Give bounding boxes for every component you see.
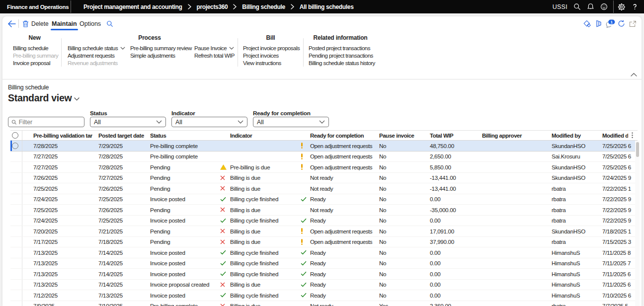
row-select-cell[interactable] — [10, 205, 22, 215]
ribbon-button[interactable]: Billing schedule status history — [309, 59, 375, 67]
ready-filter-dropdown[interactable]: All — [253, 117, 329, 127]
search-icon[interactable] — [570, 0, 583, 13]
grid-row[interactable]: 7/13/20257/14/2025Invoice postedBilling … — [10, 258, 638, 269]
grid-row[interactable]: 7/25/20257/26/2025PendingBilling is dueN… — [10, 183, 638, 194]
vertical-scrollbar[interactable] — [635, 141, 640, 306]
filter-input[interactable] — [19, 119, 81, 126]
chevron-down-icon — [229, 47, 234, 50]
row-select-cell[interactable] — [10, 258, 22, 269]
row-select-cell[interactable] — [10, 290, 22, 301]
indicator-filter-dropdown[interactable]: All — [171, 117, 247, 127]
command-search-icon[interactable] — [104, 18, 115, 29]
row-select-cell[interactable] — [10, 226, 22, 236]
row-select-cell[interactable] — [10, 237, 22, 247]
grid-row[interactable]: 7/13/20257/14/2025Invoice proposal creat… — [10, 280, 638, 291]
ribbon-button[interactable]: Posted project transactions — [309, 44, 375, 52]
grid-column-header[interactable]: Ready for completion — [295, 131, 373, 140]
grid-column-header[interactable]: Status — [144, 131, 214, 140]
cell-ready-text: Open adjustment requests — [310, 153, 372, 159]
messages-badge-icon[interactable]: 1 — [604, 18, 616, 29]
grid-row[interactable]: 7/24/20257/25/2025Invoice postedBilling … — [10, 216, 638, 227]
row-select-cell[interactable] — [10, 162, 22, 172]
row-radio[interactable] — [12, 143, 18, 149]
cell-indicator-text: Billing cycle finished — [230, 260, 278, 266]
grid-row[interactable]: 7/13/20257/14/2025Invoice postedBilling … — [10, 247, 638, 258]
tab-maintain[interactable]: Maintain — [51, 16, 78, 31]
grid-row[interactable]: 7/20/20257/21/2025PendingBilling is dueO… — [10, 226, 638, 237]
alerts-bell-icon[interactable] — [584, 0, 597, 13]
row-select-cell[interactable] — [10, 183, 22, 194]
grid-column-header[interactable]: Billing approver — [476, 131, 546, 140]
ribbon-button[interactable]: Pause Invoice — [194, 44, 235, 52]
ribbon-button-label: Pending project transactions — [309, 53, 373, 59]
ribbon-button[interactable]: Project invoices — [243, 52, 300, 59]
breadcrumb-item[interactable]: Billing schedule — [242, 3, 285, 10]
grid-options-dots-icon[interactable] — [628, 131, 636, 140]
grid-row[interactable]: 7/25/20257/26/2025PendingBilling is dueN… — [10, 205, 638, 216]
grid-row[interactable]: 7/27/20257/28/2025PendingPre-billing is … — [10, 162, 638, 173]
cell-ready-text: Ready — [310, 292, 325, 299]
grid-column-header[interactable]: Indicator — [214, 131, 295, 140]
cell-ready-icon-wrap — [301, 164, 310, 170]
breadcrumb-item[interactable]: All billing schedules — [300, 3, 354, 10]
ribbon-button[interactable]: View instructions — [243, 59, 300, 67]
row-select-cell[interactable] — [10, 173, 22, 183]
success-check-icon — [220, 218, 226, 223]
row-select-cell[interactable] — [10, 247, 22, 258]
quick-filter[interactable] — [8, 117, 84, 127]
row-select-cell[interactable] — [10, 280, 22, 290]
grid-row[interactable]: 7/24/20257/25/2025Invoice postedBilling … — [10, 194, 638, 205]
feedback-smiley-icon[interactable] — [597, 0, 610, 13]
ribbon-button[interactable]: Invoice proposal — [13, 59, 58, 67]
power-apps-icon[interactable] — [581, 18, 593, 29]
refresh-icon[interactable] — [616, 18, 627, 29]
scrollbar-thumb[interactable] — [636, 142, 639, 157]
dynamics-icon[interactable] — [593, 18, 604, 29]
tab-options[interactable]: Options — [79, 16, 102, 31]
grid-row[interactable]: 7/17/20257/18/2025PendingBilling is dueO… — [10, 237, 638, 248]
grid-column-header[interactable]: Total WIP — [424, 131, 476, 140]
row-select-cell[interactable] — [10, 141, 22, 151]
ribbon-collapse-chevron-icon[interactable] — [630, 72, 638, 77]
grid-column-header[interactable]: Pre-billing validation targ... — [22, 131, 92, 140]
grid-row[interactable]: 7/27/20257/28/2025Pre-billing completeOp… — [10, 152, 638, 162]
ribbon-button[interactable]: Adjustment requests — [68, 52, 125, 59]
grid-row[interactable]: 7/9/20257/10/2025Pre-billing completeBil… — [10, 301, 638, 306]
grid-row[interactable]: 7/28/20257/29/2025Pre-billing completeOp… — [10, 141, 638, 152]
ribbon-button[interactable]: Billing schedule — [13, 44, 58, 52]
help-icon[interactable] — [628, 0, 641, 13]
ribbon-button[interactable]: Refresh total WIP — [194, 52, 235, 59]
grid-row[interactable]: 7/26/20257/27/2025PendingBilling is dueN… — [10, 173, 638, 184]
breadcrumb-item[interactable]: projects360 — [197, 3, 228, 10]
row-select-cell[interactable] — [10, 269, 22, 279]
ribbon-button[interactable]: Project invoice proposals — [243, 44, 300, 52]
grid-column-header[interactable]: Pause invoice — [373, 131, 424, 140]
ribbon-button[interactable]: Pending project transactions — [309, 52, 375, 59]
view-title[interactable]: Standard view — [8, 92, 80, 104]
back-button[interactable] — [5, 18, 17, 29]
cell-indicator-text: Billing is due — [230, 238, 260, 245]
cell-indicator: Billing cycle finished — [214, 247, 295, 258]
grid-column-header[interactable]: Posted target date — [92, 131, 144, 140]
environment-label[interactable]: USSI — [553, 0, 567, 13]
grid-row[interactable]: 7/12/20257/13/2025Invoice postedBilling … — [10, 290, 638, 301]
cell-ready: Ready — [295, 280, 373, 290]
status-filter-dropdown[interactable]: All — [90, 117, 166, 127]
app-name[interactable]: Finance and Operations — [7, 0, 69, 13]
ribbon-button-label: Project invoices — [243, 53, 279, 59]
grid-column-header[interactable]: Modified by — [546, 131, 596, 140]
delete-button[interactable]: Delete — [20, 18, 51, 29]
ribbon-button[interactable]: Simple adjustments — [130, 52, 192, 59]
breadcrumb-item[interactable]: Project management and accounting — [83, 3, 182, 10]
row-select-cell[interactable] — [10, 194, 22, 205]
ribbon-button[interactable]: Billing schedule status — [68, 44, 125, 52]
row-select-cell[interactable] — [10, 152, 22, 162]
open-in-new-window-icon[interactable] — [627, 18, 639, 29]
select-all-radio[interactable] — [12, 132, 18, 139]
row-select-cell[interactable] — [10, 216, 22, 226]
cell-ready-text: Ready — [310, 217, 325, 224]
grid-row[interactable]: 7/13/20257/14/2025Invoice postedBilling … — [10, 269, 638, 280]
ribbon-button[interactable]: Pre-billing summary review — [130, 44, 192, 52]
settings-gear-icon[interactable] — [615, 0, 628, 13]
row-select-cell[interactable] — [10, 301, 22, 306]
